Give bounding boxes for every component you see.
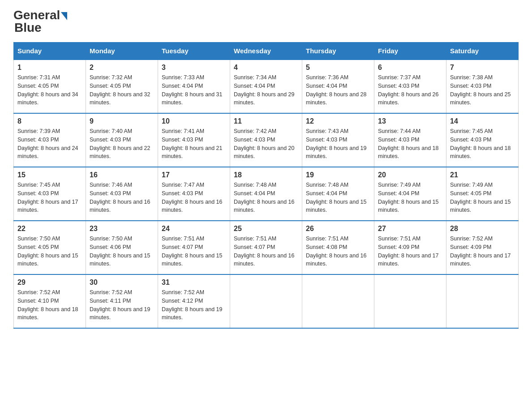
calendar-week-row: 22 Sunrise: 7:50 AMSunset: 4:05 PMDaylig… [14,221,519,274]
day-number: 24 [162,225,226,233]
calendar-cell: 12 Sunrise: 7:43 AMSunset: 4:03 PMDaylig… [302,113,374,167]
day-info: Sunrise: 7:46 AMSunset: 4:03 PMDaylight:… [90,182,150,213]
day-number: 27 [378,225,442,233]
day-info: Sunrise: 7:37 AMSunset: 4:03 PMDaylight:… [378,74,439,106]
calendar-cell: 1 Sunrise: 7:31 AMSunset: 4:05 PMDayligh… [14,60,86,113]
calendar-cell: 7 Sunrise: 7:38 AMSunset: 4:03 PMDayligh… [446,60,519,113]
day-info: Sunrise: 7:44 AMSunset: 4:03 PMDaylight:… [378,128,439,159]
day-info: Sunrise: 7:51 AMSunset: 4:07 PMDaylight:… [162,235,223,267]
day-info: Sunrise: 7:45 AMSunset: 4:03 PMDaylight:… [450,128,511,159]
day-info: Sunrise: 7:50 AMSunset: 4:06 PMDaylight:… [90,235,150,267]
calendar-cell: 30 Sunrise: 7:52 AMSunset: 4:11 PMDaylig… [86,274,158,328]
day-info: Sunrise: 7:42 AMSunset: 4:03 PMDaylight:… [234,128,295,159]
day-info: Sunrise: 7:52 AMSunset: 4:11 PMDaylight:… [90,289,150,321]
calendar-cell: 20 Sunrise: 7:49 AMSunset: 4:04 PMDaylig… [374,167,446,221]
day-info: Sunrise: 7:51 AMSunset: 4:08 PMDaylight:… [306,235,367,267]
calendar-body: 1 Sunrise: 7:31 AMSunset: 4:05 PMDayligh… [14,60,519,328]
calendar-cell [374,274,446,328]
day-number: 22 [17,225,82,233]
calendar-cell: 8 Sunrise: 7:39 AMSunset: 4:03 PMDayligh… [14,113,86,167]
day-info: Sunrise: 7:31 AMSunset: 4:05 PMDaylight:… [17,74,78,106]
logo-triangle-icon [61,12,67,20]
calendar-cell: 2 Sunrise: 7:32 AMSunset: 4:05 PMDayligh… [86,60,158,113]
day-number: 15 [17,171,82,179]
day-number: 12 [306,117,370,125]
day-number: 19 [306,171,370,179]
day-number: 31 [162,278,226,287]
day-info: Sunrise: 7:49 AMSunset: 4:04 PMDaylight:… [378,182,439,213]
day-info: Sunrise: 7:36 AMSunset: 4:04 PMDaylight:… [306,74,367,106]
day-number: 5 [306,64,370,72]
calendar-cell: 4 Sunrise: 7:34 AMSunset: 4:04 PMDayligh… [230,60,302,113]
day-info: Sunrise: 7:40 AMSunset: 4:03 PMDaylight:… [90,128,150,159]
day-number: 9 [90,117,154,125]
weekday-header-sunday: Sunday [14,43,86,60]
weekday-header-saturday: Saturday [446,43,519,60]
day-info: Sunrise: 7:47 AMSunset: 4:03 PMDaylight:… [162,182,223,213]
day-number: 11 [234,117,298,125]
weekday-header-thursday: Thursday [302,43,374,60]
day-number: 3 [162,64,226,72]
weekday-header-monday: Monday [86,43,158,60]
day-info: Sunrise: 7:49 AMSunset: 4:05 PMDaylight:… [450,182,511,213]
calendar-cell [230,274,302,328]
day-info: Sunrise: 7:32 AMSunset: 4:05 PMDaylight:… [90,74,150,106]
day-number: 21 [450,171,515,179]
day-info: Sunrise: 7:51 AMSunset: 4:09 PMDaylight:… [378,235,439,267]
day-info: Sunrise: 7:48 AMSunset: 4:04 PMDaylight:… [306,182,367,213]
calendar-cell [302,274,374,328]
logo-blue: Blue [13,21,42,34]
calendar-cell: 15 Sunrise: 7:45 AMSunset: 4:03 PMDaylig… [14,167,86,221]
calendar-cell: 3 Sunrise: 7:33 AMSunset: 4:04 PMDayligh… [158,60,230,113]
day-info: Sunrise: 7:34 AMSunset: 4:04 PMDaylight:… [234,74,295,106]
calendar-cell: 25 Sunrise: 7:51 AMSunset: 4:07 PMDaylig… [230,221,302,274]
calendar-cell: 29 Sunrise: 7:52 AMSunset: 4:10 PMDaylig… [14,274,86,328]
calendar-cell: 28 Sunrise: 7:52 AMSunset: 4:09 PMDaylig… [446,221,519,274]
weekday-header-wednesday: Wednesday [230,43,302,60]
day-number: 16 [90,171,154,179]
calendar-cell: 27 Sunrise: 7:51 AMSunset: 4:09 PMDaylig… [374,221,446,274]
calendar-cell: 19 Sunrise: 7:48 AMSunset: 4:04 PMDaylig… [302,167,374,221]
day-number: 30 [90,278,154,287]
day-number: 25 [234,225,298,233]
day-info: Sunrise: 7:33 AMSunset: 4:04 PMDaylight:… [162,74,223,106]
day-number: 2 [90,64,154,72]
calendar-week-row: 1 Sunrise: 7:31 AMSunset: 4:05 PMDayligh… [14,60,519,113]
day-info: Sunrise: 7:51 AMSunset: 4:07 PMDaylight:… [234,235,295,267]
day-number: 23 [90,225,154,233]
calendar-cell: 18 Sunrise: 7:48 AMSunset: 4:04 PMDaylig… [230,167,302,221]
calendar-week-row: 29 Sunrise: 7:52 AMSunset: 4:10 PMDaylig… [14,274,519,328]
day-number: 26 [306,225,370,233]
day-info: Sunrise: 7:52 AMSunset: 4:10 PMDaylight:… [17,289,78,321]
day-number: 20 [378,171,442,179]
calendar-cell: 11 Sunrise: 7:42 AMSunset: 4:03 PMDaylig… [230,113,302,167]
logo-general: General [13,9,60,21]
weekday-header-tuesday: Tuesday [158,43,230,60]
calendar-header: SundayMondayTuesdayWednesdayThursdayFrid… [14,43,519,60]
page-header: General Blue [13,9,519,34]
day-number: 1 [17,64,82,72]
calendar-cell: 13 Sunrise: 7:44 AMSunset: 4:03 PMDaylig… [374,113,446,167]
calendar-cell: 24 Sunrise: 7:51 AMSunset: 4:07 PMDaylig… [158,221,230,274]
calendar-cell: 16 Sunrise: 7:46 AMSunset: 4:03 PMDaylig… [86,167,158,221]
day-number: 14 [450,117,515,125]
day-info: Sunrise: 7:52 AMSunset: 4:09 PMDaylight:… [450,235,511,267]
calendar-cell: 10 Sunrise: 7:41 AMSunset: 4:03 PMDaylig… [158,113,230,167]
calendar-cell: 21 Sunrise: 7:49 AMSunset: 4:05 PMDaylig… [446,167,519,221]
day-number: 13 [378,117,442,125]
calendar-cell: 5 Sunrise: 7:36 AMSunset: 4:04 PMDayligh… [302,60,374,113]
logo[interactable]: General Blue [13,9,67,34]
calendar-table: SundayMondayTuesdayWednesdayThursdayFrid… [13,42,519,329]
day-number: 10 [162,117,226,125]
day-info: Sunrise: 7:38 AMSunset: 4:03 PMDaylight:… [450,74,511,106]
calendar-cell: 6 Sunrise: 7:37 AMSunset: 4:03 PMDayligh… [374,60,446,113]
day-number: 18 [234,171,298,179]
day-number: 28 [450,225,515,233]
weekday-header-friday: Friday [374,43,446,60]
calendar-cell: 14 Sunrise: 7:45 AMSunset: 4:03 PMDaylig… [446,113,519,167]
calendar-week-row: 8 Sunrise: 7:39 AMSunset: 4:03 PMDayligh… [14,113,519,167]
calendar-week-row: 15 Sunrise: 7:45 AMSunset: 4:03 PMDaylig… [14,167,519,221]
day-info: Sunrise: 7:48 AMSunset: 4:04 PMDaylight:… [234,182,295,213]
day-number: 17 [162,171,226,179]
day-info: Sunrise: 7:45 AMSunset: 4:03 PMDaylight:… [17,182,78,213]
